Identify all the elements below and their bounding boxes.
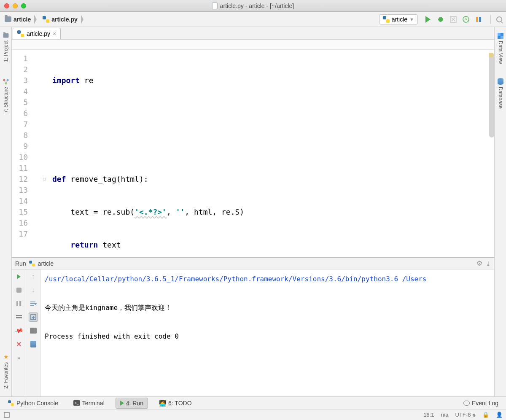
breadcrumb-file[interactable]: article.py: [40, 15, 81, 24]
profile-button[interactable]: [462, 15, 470, 24]
status-na[interactable]: n/a: [441, 412, 448, 418]
bottom-tool-tabs: Python Console >_ Terminal 4: Run 🧑‍💻 6:…: [0, 396, 506, 409]
close-icon[interactable]: [4, 3, 9, 8]
editor-tab-article[interactable]: article.py ×: [13, 28, 61, 39]
code-token: def: [52, 175, 66, 183]
concurrent-button[interactable]: [474, 15, 483, 24]
scroll-end-icon: [30, 314, 37, 320]
download-icon[interactable]: ⤓: [486, 260, 491, 267]
line-number: 4: [15, 86, 28, 97]
sidebar-database-label: Database: [498, 87, 503, 108]
editor-marker[interactable]: [489, 53, 493, 57]
tab-label: Python Console: [16, 400, 58, 407]
line-number: 10: [15, 152, 28, 163]
scroll-up-button[interactable]: ↑: [29, 272, 38, 281]
scroll-to-end-button[interactable]: [29, 312, 38, 322]
status-encoding[interactable]: UTF-8 ⇅: [455, 412, 476, 418]
run-panel-header: Run article ⚙ ⤓: [12, 258, 494, 269]
tab-terminal[interactable]: >_ Terminal: [69, 398, 109, 408]
svg-rect-2: [476, 17, 478, 22]
svg-rect-10: [4, 412, 9, 417]
editor-breadcrumb-stub: [12, 40, 494, 50]
console-output[interactable]: /usr/local/Cellar/python/3.6.5_1/Framewo…: [40, 269, 494, 396]
sidebar-database-tab[interactable]: Database: [496, 74, 505, 113]
console-line: 今天的主角是kingname，我们掌声欢迎！: [45, 301, 490, 315]
sidebar-dataview-tab[interactable]: Data View: [496, 29, 505, 68]
breadcrumb-project[interactable]: article: [3, 15, 35, 24]
sidebar-project-tab[interactable]: 1: Project: [1, 29, 11, 66]
bubble-icon: [463, 401, 470, 406]
fold-icon[interactable]: ⊟: [43, 174, 46, 185]
cursor-position[interactable]: 16:1: [423, 412, 434, 418]
scrollbar-vertical[interactable]: [489, 53, 494, 137]
line-number: 7: [15, 119, 28, 130]
tab-label: 4: Run: [126, 400, 143, 407]
grid-icon: [498, 33, 503, 39]
pin-button[interactable]: 📌: [14, 326, 24, 335]
tab-run[interactable]: 4: Run: [116, 398, 148, 409]
pause-icon: [16, 301, 21, 306]
print-button[interactable]: [29, 326, 38, 335]
breadcrumb-project-label: article: [13, 16, 31, 23]
run-tools-column-2: ↑ ↓: [26, 269, 40, 396]
code-content[interactable]: import re ⊟def remove_tag(html): text = …: [34, 50, 494, 257]
sidebar-favorites-tab[interactable]: 2: Favorites ★: [1, 349, 11, 393]
clear-button[interactable]: [29, 339, 38, 349]
status-bar: 16:1 n/a UTF-8 ⇅ 🔒 👤: [0, 409, 506, 420]
code-token: '<.*?>': [135, 207, 167, 216]
main-area: 1: Project 7: Structure 2: Favorites ★ a…: [0, 27, 506, 396]
close-button[interactable]: ✕: [14, 339, 24, 349]
status-icon[interactable]: [3, 412, 10, 418]
print-icon: [30, 328, 37, 334]
window-title-text: article.py - article - [~/article]: [220, 3, 294, 9]
chevron-down-icon: ▼: [409, 17, 414, 22]
search-button[interactable]: [495, 15, 503, 24]
maximize-icon[interactable]: [21, 3, 26, 8]
close-tab-icon[interactable]: ×: [53, 30, 56, 37]
svg-rect-7: [16, 315, 22, 316]
code-editor[interactable]: 1 2 3 4 5 6 7 8 9 10 11 12 13 14 15 16 1…: [12, 50, 494, 257]
terminal-icon: >_: [73, 400, 80, 406]
window-title: article.py - article - [~/article]: [212, 3, 294, 9]
right-sidebar: Data View Database: [494, 27, 506, 396]
line-number: 3: [15, 75, 28, 86]
close-icon: ✕: [16, 340, 22, 348]
line-number: 2: [15, 64, 28, 75]
tab-python-console[interactable]: Python Console: [3, 398, 62, 408]
gear-icon[interactable]: ⚙: [476, 259, 482, 267]
minimize-icon[interactable]: [13, 3, 18, 8]
sidebar-structure-tab[interactable]: 7: Structure: [2, 75, 10, 117]
dump-threads-button[interactable]: [14, 312, 24, 322]
tab-todo[interactable]: 🧑‍💻 6: TODO: [155, 398, 196, 408]
arrow-up-icon: ↑: [32, 273, 35, 280]
run-panel-label: Run: [15, 260, 26, 267]
coverage-button[interactable]: [449, 15, 458, 24]
tab-event-log[interactable]: Event Log: [459, 398, 503, 408]
run-button[interactable]: [424, 15, 432, 24]
python-icon: [383, 16, 390, 23]
code-token: re: [80, 76, 94, 85]
lock-icon[interactable]: 🔒: [482, 412, 489, 418]
line-number: 9: [15, 141, 28, 152]
svg-rect-3: [479, 17, 481, 22]
code-token: import: [52, 76, 80, 85]
clock-icon: [462, 16, 470, 23]
rerun-button[interactable]: [14, 272, 24, 281]
python-icon: [8, 400, 14, 406]
pin-icon: 📌: [14, 326, 24, 335]
scroll-down-button[interactable]: ↓: [29, 285, 38, 295]
stop-button[interactable]: [14, 285, 24, 295]
debug-button[interactable]: [436, 15, 445, 24]
run-config-selector[interactable]: article ▼: [379, 14, 418, 24]
database-icon: [498, 78, 503, 85]
console-line: Process finished with exit code 0: [45, 329, 490, 344]
arrow-down-icon: ↓: [32, 286, 35, 294]
soft-wrap-button[interactable]: [29, 299, 38, 308]
inspector-icon[interactable]: 👤: [496, 412, 503, 418]
run-panel: Run article ⚙ ⤓ 📌 ✕ »: [12, 257, 494, 396]
sidebar-structure-label: 7: Structure: [3, 87, 9, 113]
pause-button[interactable]: [14, 299, 24, 308]
console-line: /usr/local/Cellar/python/3.6.5_1/Framewo…: [45, 272, 490, 286]
star-icon: ★: [3, 353, 9, 360]
more-button[interactable]: »: [14, 353, 24, 362]
